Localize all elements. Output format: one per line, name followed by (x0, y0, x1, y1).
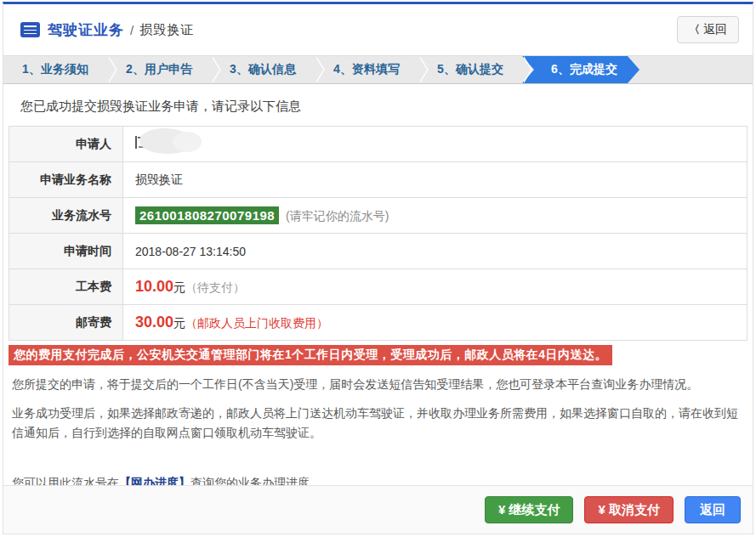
production-fee-amount: 10.00 (135, 278, 173, 295)
submission-info-table: 申请人 申请业务名称 损毁换证 业务流水号 261001808270079198 (9, 126, 747, 341)
alert-banner: 您的费用支付完成后，公安机关交通管理部门将在1个工作日内受理，受理成功后，邮政人… (9, 345, 612, 365)
serial-note: (请牢记你的流水号) (286, 209, 389, 223)
footer-action-bar: ¥ 继续支付 ¥ 取消支付 返回 (3, 485, 753, 534)
breadcrumb-current: 损毁换证 (139, 22, 194, 38)
business-name-value: 损毁换证 (123, 162, 747, 198)
apply-time-value: 2018-08-27 13:14:50 (123, 234, 747, 269)
serial-value: 261001808270079198 (请牢记你的流水号) (123, 198, 747, 234)
mailing-fee-note: （邮政人员上门收取费用） (185, 316, 328, 330)
back-button-label: 返回 (703, 22, 727, 37)
row-label: 申请人 (9, 127, 123, 162)
table-row-business-name: 申请业务名称 损毁换证 (9, 162, 747, 198)
row-label: 邮寄费 (9, 305, 123, 341)
row-label: 申请时间 (9, 234, 123, 269)
cancel-payment-button[interactable]: ¥ 取消支付 (584, 496, 674, 523)
success-message: 您已成功提交损毁换证业务申请，请记录以下信息 (20, 99, 753, 115)
breadcrumb: 驾驶证业务 / 损毁换证 (20, 20, 194, 40)
continue-payment-button[interactable]: ¥ 继续支付 (485, 496, 574, 523)
content-panel: 驾驶证业务 / 损毁换证 〈 返回 1、业务须知 2、用户申告 3、确认信息 4… (3, 2, 753, 534)
step-item-3: 3、确认信息 (211, 56, 315, 83)
breadcrumb-root[interactable]: 驾驶证业务 (48, 20, 124, 40)
page: 驾驶证业务 / 损毁换证 〈 返回 1、业务须知 2、用户申告 3、确认信息 4… (0, 0, 756, 537)
return-button[interactable]: 返回 (685, 496, 741, 523)
row-label: 业务流水号 (9, 198, 123, 234)
production-fee-value: 10.00元（待支付） (123, 269, 747, 305)
fee-unit: 元 (173, 280, 185, 294)
row-label: 工本费 (9, 269, 123, 305)
mailing-fee-value: 30.00元（邮政人员上门收取费用） (123, 305, 747, 341)
applicant-value (123, 127, 747, 162)
mailing-fee-amount: 30.00 (135, 314, 173, 331)
notes-section: 您所提交的申请，将于提交后的一个工作日(不含当天)受理，届时会发送短信告知受理结… (12, 375, 744, 493)
list-card-icon (20, 22, 40, 37)
table-row-applicant: 申请人 (9, 127, 747, 162)
step-item-6-active: 6、完成提交 (522, 56, 639, 83)
step-item-2: 2、用户申告 (107, 56, 211, 83)
alert-banner-wrap: 您的费用支付完成后，公安机关交通管理部门将在1个工作日内受理，受理成功后，邮政人… (9, 345, 747, 365)
step-item-1: 1、业务须知 (3, 56, 107, 83)
breadcrumb-separator: / (130, 23, 134, 37)
applicant-name-redacted (135, 133, 212, 152)
table-row-serial: 业务流水号 261001808270079198 (请牢记你的流水号) (9, 198, 747, 234)
back-button[interactable]: 〈 返回 (677, 16, 739, 43)
note-paragraph-1: 您所提交的申请，将于提交后的一个工作日(不含当天)受理，届时会发送短信告知受理结… (12, 375, 744, 394)
step-bar-filler (639, 56, 753, 83)
table-row-apply-time: 申请时间 2018-08-27 13:14:50 (9, 234, 747, 269)
table-row-mailing-fee: 邮寄费 30.00元（邮政人员上门收取费用） (9, 305, 747, 341)
row-label: 申请业务名称 (9, 162, 123, 198)
step-item-4: 4、资料填写 (315, 56, 418, 83)
step-progress-bar: 1、业务须知 2、用户申告 3、确认信息 4、资料填写 5、确认提交 6、完成提… (3, 55, 753, 84)
chevron-left-icon: 〈 (689, 22, 700, 37)
production-fee-note: （待支付） (185, 280, 245, 294)
serial-number-badge: 261001808270079198 (135, 206, 279, 224)
header: 驾驶证业务 / 损毁换证 〈 返回 (3, 4, 753, 55)
note-paragraph-2: 业务成功受理后，如果选择邮政寄递的，邮政人员将上门送达机动车驾驶证，并收取办理业… (12, 404, 744, 443)
step-item-5: 5、确认提交 (418, 56, 522, 83)
fee-unit: 元 (173, 316, 185, 330)
table-row-production-fee: 工本费 10.00元（待支付） (9, 269, 747, 305)
redaction-blur-2 (173, 132, 202, 152)
